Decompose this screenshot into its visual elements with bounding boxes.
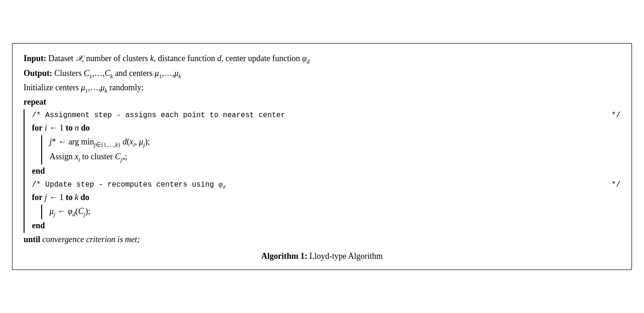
- end1-line: end: [32, 164, 620, 178]
- comment2-text: /* Update step - recomputes centers usin…: [32, 178, 225, 191]
- output-line: Output: Clusters C1,…,Ck and centers μ1,…: [24, 67, 620, 81]
- input-line: Input: Dataset 𝒳, number of clusters k, …: [24, 52, 620, 66]
- algorithm-subtitle: Lloyd-type Algorithm: [310, 251, 383, 261]
- algorithm-title: Algorithm 1:: [261, 251, 307, 261]
- output-label: Output:: [24, 67, 52, 81]
- mu-line: μj ← φd(Cj);: [50, 205, 620, 219]
- comment2-end: */: [612, 179, 620, 191]
- assign-text: Assign xi to cluster Cj*;: [50, 150, 127, 164]
- for1-line: for i ← 1 to n do: [32, 121, 620, 135]
- until-keyword: until: [24, 233, 40, 247]
- for2-text: j ← 1 to k do: [44, 191, 89, 205]
- algorithm-box: Input: Dataset 𝒳, number of clusters k, …: [12, 43, 632, 269]
- outer-block: /* Assignment step - assigns each point …: [24, 109, 620, 233]
- comment1-end: */: [612, 109, 620, 121]
- until-text: convergence criterion is met;: [43, 233, 140, 247]
- for2-body: μj ← φd(Cj);: [41, 205, 620, 219]
- init-text: Initialize centers μ1,…,μk randomly;: [24, 81, 143, 95]
- comment1-line: /* Assignment step - assigns each point …: [32, 109, 620, 121]
- mu-text: μj ← φd(Cj);: [50, 205, 90, 219]
- output-text: Clusters C1,…,Ck and centers μ1,…,μk: [55, 67, 181, 81]
- repeat-keyword: repeat: [24, 95, 46, 109]
- input-label: Input:: [24, 52, 46, 66]
- for2-line: for j ← 1 to k do: [32, 191, 620, 205]
- for1-text: i ← 1 to n do: [44, 121, 90, 135]
- for1-body: j* ← arg minj∈{1,…,k} d(xi, μj); Assign …: [41, 135, 620, 164]
- j-star-text: j* ← arg minj∈{1,…,k} d(xi, μj);: [50, 135, 150, 150]
- for1-keyword: for: [32, 121, 43, 135]
- comment1-text: /* Assignment step - assigns each point …: [32, 109, 285, 121]
- comment2-line: /* Update step - recomputes centers usin…: [32, 178, 620, 191]
- repeat-line: repeat: [24, 95, 620, 109]
- caption-line: Algorithm 1: Lloyd-type Algorithm: [24, 251, 620, 261]
- init-line: Initialize centers μ1,…,μk randomly;: [24, 81, 620, 95]
- until-line: until convergence criterion is met;: [24, 233, 620, 247]
- assign-line: Assign xi to cluster Cj*;: [50, 150, 620, 164]
- end2-line: end: [32, 219, 620, 233]
- for2-keyword: for: [32, 191, 43, 205]
- j-star-line: j* ← arg minj∈{1,…,k} d(xi, μj);: [50, 135, 620, 150]
- end2-keyword: end: [32, 219, 45, 233]
- end1-keyword: end: [32, 164, 45, 178]
- input-text: Dataset 𝒳, number of clusters k, distanc…: [49, 52, 310, 66]
